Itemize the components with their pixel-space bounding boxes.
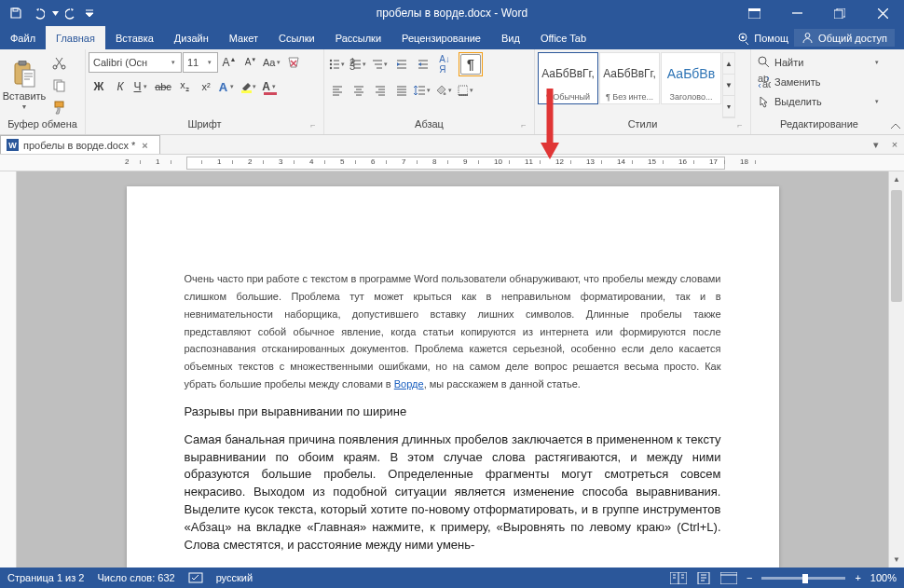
grow-font-icon[interactable]: A▲: [219, 52, 240, 73]
tab-office-tab[interactable]: Office Tab: [530, 26, 596, 49]
shading-icon[interactable]: ▾: [434, 80, 455, 101]
style-heading1[interactable]: АаБбВвЗаголово...: [661, 52, 721, 104]
cut-icon[interactable]: [48, 52, 69, 73]
scrollbar-thumb[interactable]: [891, 190, 902, 302]
zoom-slider[interactable]: [761, 577, 845, 580]
restore-icon[interactable]: [818, 0, 861, 26]
bold-icon[interactable]: Ж: [89, 76, 109, 97]
page-area[interactable]: Очень часто при работе с текстом в прогр…: [17, 171, 888, 567]
share-button[interactable]: Общий доступ: [794, 29, 895, 47]
dialog-launcher-icon[interactable]: ⌐: [518, 119, 529, 130]
sort-icon[interactable]: А↓Я: [434, 54, 455, 75]
zoom-level[interactable]: 100%: [870, 572, 897, 583]
align-right-icon[interactable]: [370, 80, 390, 101]
shrink-font-icon[interactable]: A▼: [240, 52, 261, 73]
line-spacing-icon[interactable]: ▾: [413, 80, 433, 101]
superscript-icon[interactable]: x²: [196, 76, 216, 97]
paste-button[interactable]: Вставить ▼: [3, 52, 46, 117]
undo-dropdown-icon[interactable]: [50, 3, 60, 23]
qat-customize-icon[interactable]: [84, 3, 95, 23]
strikethrough-icon[interactable]: abc: [153, 76, 173, 97]
group-styles-label: Стили: [628, 118, 658, 130]
align-center-icon[interactable]: [349, 80, 369, 101]
status-page[interactable]: Страница 1 из 2: [7, 572, 84, 583]
subscript-icon[interactable]: x₂: [174, 76, 195, 97]
tab-references[interactable]: Ссылки: [268, 26, 325, 49]
close-tab-icon[interactable]: ×: [140, 140, 149, 151]
window-controls: [733, 0, 904, 26]
dialog-launcher-icon[interactable]: ⌐: [308, 119, 319, 130]
text-effects-icon[interactable]: A▾: [217, 76, 238, 97]
tab-mailings[interactable]: Рассылки: [325, 26, 391, 49]
zoom-out-icon[interactable]: −: [746, 572, 752, 583]
view-read-mode-icon[interactable]: [670, 572, 687, 584]
align-left-icon[interactable]: [327, 80, 348, 101]
increase-indent-icon[interactable]: [413, 54, 433, 75]
multilevel-list-icon[interactable]: ▾: [370, 54, 390, 75]
highlight-icon[interactable]: ▾: [239, 76, 259, 97]
document-page: Очень часто при работе с текстом в прогр…: [127, 186, 779, 567]
tab-menu-icon[interactable]: ▾: [867, 139, 885, 151]
svg-point-5: [742, 35, 745, 38]
svg-point-24: [759, 57, 766, 64]
word-file-icon: W: [7, 139, 19, 151]
scrollbar-vertical[interactable]: ▲ ▼: [888, 171, 904, 567]
italic-icon[interactable]: К: [110, 76, 130, 97]
tab-design[interactable]: Дизайн: [164, 26, 219, 49]
tab-home[interactable]: Главная: [46, 26, 105, 49]
replace-button[interactable]: abacЗаменить: [754, 72, 884, 91]
undo-icon[interactable]: [28, 3, 48, 23]
document-tab[interactable]: W пробелы в ворде.docx * ×: [0, 135, 160, 154]
svg-point-18: [330, 63, 332, 65]
scroll-up-icon[interactable]: ▲: [889, 171, 904, 187]
copy-icon[interactable]: [48, 75, 69, 95]
view-web-layout-icon[interactable]: [720, 572, 737, 584]
callout-arrow: [539, 89, 561, 161]
ribbon-display-options-icon[interactable]: [733, 0, 775, 26]
numbering-icon[interactable]: 123▾: [349, 54, 369, 75]
document-link[interactable]: Ворде: [394, 378, 424, 390]
dialog-launcher-icon[interactable]: ⌐: [69, 119, 80, 130]
styles-scroll[interactable]: ▲▼▾: [722, 52, 735, 118]
status-spellcheck-icon[interactable]: [188, 571, 203, 584]
ruler-horizontal[interactable]: 21123456789101112131415161718: [0, 155, 904, 171]
svg-rect-8: [19, 61, 26, 65]
font-size-combo[interactable]: 11▾: [183, 52, 218, 73]
underline-icon[interactable]: Ч▾: [131, 76, 152, 97]
tab-insert[interactable]: Вставка: [105, 26, 164, 49]
ruler-vertical[interactable]: [0, 171, 17, 567]
svg-point-17: [330, 60, 332, 62]
find-button[interactable]: Найти▾: [754, 52, 884, 72]
zoom-in-icon[interactable]: +: [855, 572, 860, 583]
change-case-icon[interactable]: Aa▾: [262, 52, 282, 73]
tab-layout[interactable]: Макет: [219, 26, 268, 49]
format-painter-icon[interactable]: [48, 97, 69, 117]
redo-icon[interactable]: [62, 3, 82, 23]
clear-formatting-icon[interactable]: [283, 52, 304, 73]
select-button[interactable]: Выделить▾: [754, 91, 884, 111]
tab-close-all-icon[interactable]: ×: [885, 139, 904, 150]
status-language[interactable]: русский: [216, 572, 253, 583]
collapse-ribbon-icon[interactable]: [887, 49, 904, 134]
status-word-count[interactable]: Число слов: 632: [97, 572, 174, 583]
view-print-layout-icon[interactable]: [696, 572, 711, 584]
tab-view[interactable]: Вид: [491, 26, 530, 49]
close-icon[interactable]: [861, 0, 904, 26]
decrease-indent-icon[interactable]: [391, 54, 412, 75]
justify-icon[interactable]: [391, 80, 412, 101]
font-name-combo[interactable]: Calibri (Осн▾: [89, 52, 182, 73]
save-icon[interactable]: [6, 3, 26, 23]
tab-review[interactable]: Рецензирование: [391, 26, 491, 49]
show-paragraph-marks-icon[interactable]: ¶: [460, 54, 481, 75]
scroll-down-icon[interactable]: ▼: [889, 552, 904, 567]
font-color-icon[interactable]: A▾: [260, 76, 281, 97]
minimize-icon[interactable]: [775, 0, 818, 26]
style-no-spacing[interactable]: АаБбВвГг,¶ Без инте...: [599, 52, 660, 104]
dialog-launcher-icon[interactable]: ⌐: [734, 119, 746, 130]
svg-rect-14: [55, 102, 63, 107]
borders-icon[interactable]: ▾: [456, 80, 476, 101]
bullets-icon[interactable]: ▾: [327, 54, 348, 75]
group-paragraph: ▾ 123▾ ▾ А↓Я ¶ ▾ ▾ ▾ Абзац⌐: [324, 49, 535, 134]
tell-me-icon[interactable]: Помощ: [737, 32, 788, 45]
tab-file[interactable]: Файл: [0, 26, 46, 49]
